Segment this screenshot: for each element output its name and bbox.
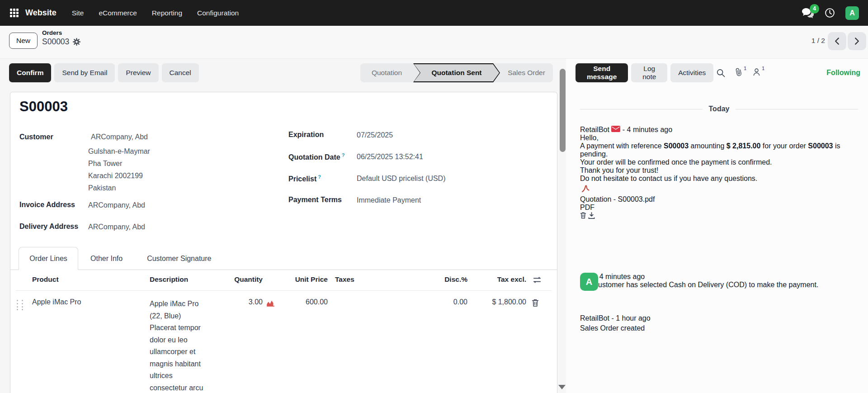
col-header-description: Description (150, 275, 188, 284)
col-header-quantity: Quantity (208, 275, 263, 284)
gear-icon[interactable] (73, 38, 80, 46)
form-action-buttons: Confirm Send by Email Preview Cancel (9, 63, 199, 82)
payment-terms-value[interactable]: Immediate Payment (357, 196, 421, 204)
scrollbar-thumb[interactable] (560, 69, 566, 152)
col-header-disc: Disc.% (422, 275, 467, 284)
message-greeting: Hello, (580, 134, 860, 142)
message-cod-text: The customer has selected Cash on Delive… (580, 281, 860, 289)
attachment-name[interactable]: Quotation - S00003.pdf (580, 195, 860, 204)
confirm-button[interactable]: Confirm (9, 63, 51, 82)
nav-menu-reporting[interactable]: Reporting (152, 9, 182, 17)
cancel-button[interactable]: Cancel (162, 63, 199, 82)
expiration-label: Expiration (288, 131, 324, 139)
nav-menu-configuration[interactable]: Configuration (197, 9, 239, 17)
forecast-chart-icon[interactable] (266, 299, 275, 307)
user-avatar[interactable]: A (845, 6, 859, 20)
message-thanks-text: Thank you for your trust! Do not hesitat… (580, 166, 860, 183)
quotation-date-value[interactable]: 06/25/2025 13:52:41 (357, 153, 423, 161)
nav-menu-site[interactable]: Site (72, 9, 84, 17)
customer-value[interactable]: ARCompany, Abd (91, 133, 148, 141)
breadcrumb: Orders S00003 (42, 29, 80, 47)
new-button[interactable]: New (9, 33, 38, 49)
abd-avatar: A (580, 273, 598, 291)
message-payment-text: A payment with reference S00003 amountin… (580, 142, 860, 166)
quotation-date-label: Quotation Date? (288, 152, 344, 161)
pdf-file-icon (580, 183, 860, 195)
tabs-divider (10, 270, 557, 270)
scroll-down-arrow[interactable] (558, 385, 566, 389)
help-marker: ? (342, 152, 345, 158)
nav-app-website[interactable]: Website (25, 8, 57, 18)
cell-disc[interactable]: 0.00 (422, 298, 467, 306)
message-created-text: Sales Order created (580, 324, 860, 332)
col-header-taxes: Taxes (335, 275, 354, 284)
breadcrumb-parent-orders[interactable]: Orders (42, 29, 80, 36)
status-pipeline: Quotation Quotation Sent Sales Order (360, 63, 553, 82)
breadcrumb-current: S00003 (42, 37, 69, 47)
delivery-address-value[interactable]: ARCompany, Abd (88, 223, 145, 231)
screen: Website Site eCommerce Reporting Configu… (0, 0, 868, 393)
tab-customer-signature[interactable]: Customer Signature (135, 255, 223, 263)
pager-indicator: 1 / 2 (811, 37, 825, 45)
chatter-feed: Today RetailBot - 4 minutes ago Hello, (568, 59, 868, 393)
message-abd-cod: A Abd - 4 minutes ago The customer has s… (580, 273, 860, 289)
tab-order-lines[interactable]: Order Lines (19, 247, 78, 270)
tab-other-info[interactable]: Other Info (78, 255, 135, 263)
order-title: S00003 (19, 99, 68, 115)
customer-address: Gulshan-e-Maymar Pha Tower Karachi 20021… (88, 145, 150, 194)
column-options-icon[interactable] (533, 276, 541, 284)
preview-button[interactable]: Preview (118, 63, 158, 82)
form-sheet: S00003 Customer ARCompany, Abd Gulshan-e… (10, 92, 557, 393)
delete-row-trash-icon[interactable] (532, 298, 539, 307)
top-navbar: Website Site eCommerce Reporting Configu… (0, 0, 868, 26)
pager-next-button[interactable] (848, 32, 866, 50)
attachment-type: PDF (580, 204, 860, 212)
status-step-quotation-sent[interactable]: Quotation Sent (413, 63, 500, 82)
messages-icon[interactable]: 4 (802, 8, 814, 19)
invoice-address-value[interactable]: ARCompany, Abd (88, 201, 145, 209)
status-step-sales-order[interactable]: Sales Order (500, 63, 553, 82)
notebook-tabs: Order Lines Other Info Customer Signatur… (19, 247, 223, 270)
cell-product[interactable]: Apple iMac Pro (32, 298, 81, 306)
attachment-download-icon[interactable] (588, 212, 595, 219)
cell-description[interactable]: Apple iMac Pro (22, Blue) Placerat tempo… (150, 298, 203, 393)
customer-label: Customer (19, 133, 53, 141)
apps-grid-icon[interactable] (10, 9, 19, 17)
help-marker: ? (318, 174, 321, 180)
pricelist-value[interactable]: Default USD pricelist (USD) (357, 175, 445, 183)
col-header-unit-price: Unit Price (283, 275, 328, 284)
col-header-tax-excl: Tax excl. (472, 275, 526, 284)
attachment-delete-icon[interactable] (580, 212, 586, 219)
activity-clock-icon[interactable] (825, 8, 835, 18)
cell-quantity[interactable]: 3.00 (208, 298, 263, 306)
retailbot-avatar (580, 314, 598, 332)
row-drag-handle[interactable] (17, 300, 24, 311)
message-time: - 4 minutes ago (623, 126, 672, 133)
expiration-value[interactable]: 07/25/2025 (357, 131, 393, 139)
cell-unit-price[interactable]: 600.00 (283, 298, 328, 306)
attachment-card[interactable]: Quotation - S00003.pdf PDF (580, 183, 860, 221)
retailbot-avatar (580, 126, 598, 144)
date-divider-label: Today (709, 105, 730, 113)
payment-terms-label: Payment Terms (288, 196, 342, 204)
message-time: - 1 hour ago (611, 314, 650, 322)
status-step-quotation[interactable]: Quotation (360, 63, 413, 82)
pager-prev-button[interactable] (828, 32, 846, 50)
chevron-right-icon (854, 38, 859, 45)
pricelist-label: Pricelist? (288, 174, 321, 183)
message-retailbot-created: RetailBot - 1 hour ago Sales Order creat… (580, 314, 860, 332)
chevron-left-icon (835, 38, 840, 45)
message-count-badge: 4 (810, 4, 819, 14)
nav-menu-ecommerce[interactable]: eCommerce (99, 9, 137, 17)
send-by-email-button[interactable]: Send by Email (54, 63, 115, 82)
email-envelope-icon (611, 126, 620, 132)
table-header-divider (16, 290, 552, 291)
col-header-product: Product (32, 275, 59, 284)
date-divider: Today (580, 105, 858, 113)
message-time: - 4 minutes ago (595, 273, 645, 280)
delivery-address-label: Delivery Address (19, 223, 78, 231)
breadcrumb-bar: New Orders S00003 1 / 2 (0, 26, 868, 59)
cell-tax-excl[interactable]: $ 1,800.00 (472, 298, 526, 306)
invoice-address-label: Invoice Address (19, 201, 75, 209)
message-retailbot-payment: RetailBot - 4 minutes ago Hello, A payme… (580, 126, 860, 221)
